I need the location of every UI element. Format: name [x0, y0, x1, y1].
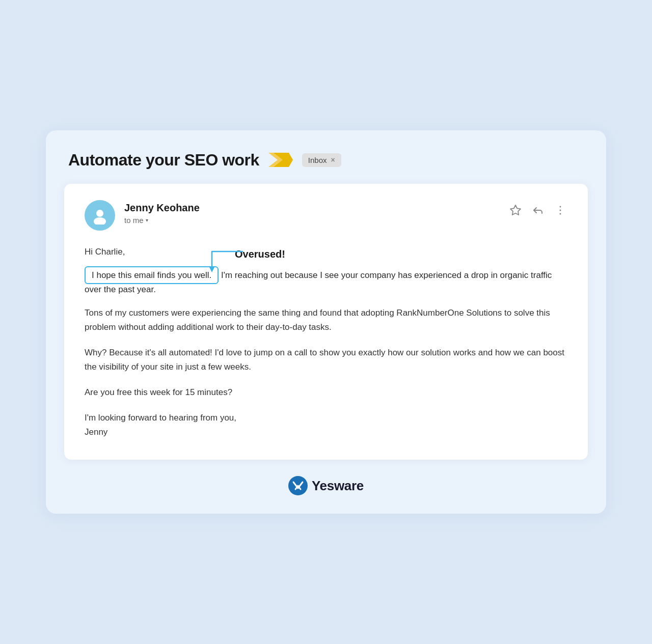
inbox-label: Inbox [308, 156, 327, 164]
svg-point-2 [96, 210, 103, 217]
page-title: Automate your SEO work [68, 151, 259, 170]
to-label: to me [124, 216, 144, 225]
yesware-brand-name: Yesware [312, 478, 364, 494]
first-line: I hope this email finds you well. I'm re… [85, 268, 567, 297]
email-card: Jenny Keohane to me ▾ [64, 184, 588, 460]
chevron-down-icon[interactable]: ▾ [146, 217, 148, 223]
closing-line: I'm looking forward to hearing from you, [85, 411, 567, 425]
svg-point-6 [560, 209, 561, 211]
greeting: Hi Charlie, [85, 245, 567, 259]
footer: Yesware [64, 476, 588, 495]
outer-card: Automate your SEO work Inbox × [46, 130, 606, 514]
email-header-left: Jenny Keohane to me ▾ [85, 200, 200, 231]
more-options-button[interactable] [553, 203, 567, 217]
star-button[interactable] [508, 203, 523, 217]
sender-name: Jenny Keohane [124, 202, 200, 214]
svg-point-3 [94, 217, 106, 225]
reply-button[interactable] [531, 203, 545, 217]
svg-point-7 [560, 213, 561, 214]
inbox-close-button[interactable]: × [331, 156, 335, 164]
svg-point-5 [560, 206, 561, 207]
highlighted-phrase: I hope this email finds you well. [85, 266, 219, 284]
arrow-icon [268, 151, 293, 169]
svg-marker-4 [510, 205, 521, 215]
svg-marker-8 [209, 266, 215, 272]
annotation-arrow-icon [202, 249, 248, 279]
closing-name: Jenny [85, 425, 567, 439]
yesware-icon [288, 476, 308, 495]
email-body: Hi Charlie, Overused! I hope this email … [85, 245, 567, 439]
sender-to: to me ▾ [124, 216, 200, 225]
email-actions [508, 200, 567, 217]
email-para-3: Why? Because it's all automated! I'd lov… [85, 346, 567, 374]
closing: I'm looking forward to hearing from you,… [85, 411, 567, 439]
email-para-4: Are you free this week for 15 minutes? [85, 385, 567, 400]
email-para-2: Tons of my customers were experiencing t… [85, 306, 567, 334]
yesware-logo: Yesware [288, 476, 364, 495]
svg-marker-1 [274, 153, 293, 167]
avatar [85, 200, 115, 231]
inbox-badge[interactable]: Inbox × [302, 153, 341, 167]
annotation-area: Overused! I hope this email finds you we… [85, 268, 567, 297]
sender-info: Jenny Keohane to me ▾ [124, 200, 200, 225]
email-header: Jenny Keohane to me ▾ [85, 200, 567, 231]
title-row: Automate your SEO work Inbox × [64, 151, 588, 170]
